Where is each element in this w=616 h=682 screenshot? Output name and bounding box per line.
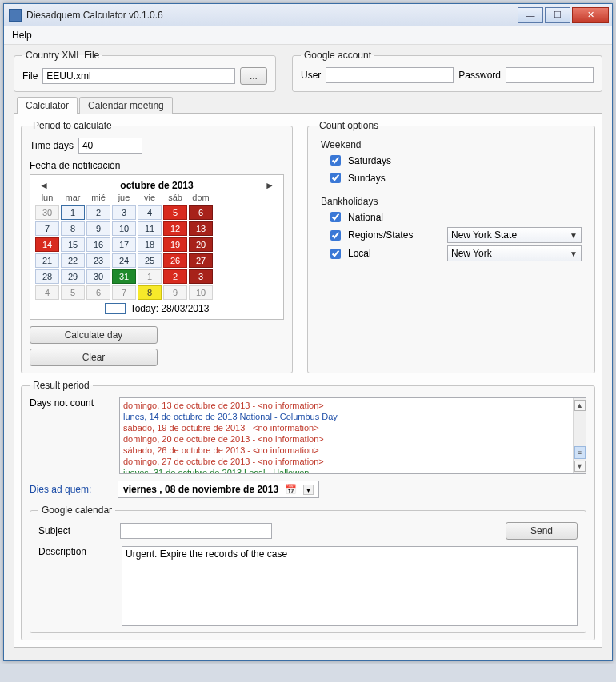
dies-ad-quem-picker[interactable]: viernes , 08 de noviembre de 2013 📅▾ — [118, 481, 319, 498]
days-not-count-label: Days not count — [30, 397, 113, 409]
subject-label: Subject — [38, 525, 115, 536]
calendar-day[interactable]: 9 — [163, 285, 187, 300]
time-days-input[interactable] — [78, 138, 142, 154]
calendar-day[interactable]: 27 — [189, 253, 213, 268]
description-input[interactable] — [122, 546, 578, 626]
calendar-day[interactable]: 25 — [138, 253, 162, 268]
calendar-day[interactable]: 16 — [86, 237, 110, 252]
calendar-day[interactable]: 30 — [86, 269, 110, 284]
time-days-label: Time days — [30, 140, 74, 151]
password-input[interactable] — [506, 67, 594, 83]
calendar-day[interactable]: 4 — [138, 205, 162, 220]
browse-button[interactable]: ... — [240, 67, 267, 85]
calendar-day[interactable]: 10 — [112, 221, 136, 236]
calendar-day[interactable]: 4 — [35, 285, 59, 300]
calendar-day[interactable]: 6 — [86, 285, 110, 300]
window-title: Diesadquem Calculator v0.1.0.6 — [26, 10, 518, 21]
calendar-day[interactable]: 11 — [138, 221, 162, 236]
calculate-button[interactable]: Calculate day — [30, 326, 158, 344]
subject-input[interactable] — [120, 523, 272, 539]
calendar[interactable]: ◄ octubre de 2013 ► lunmarmiéjueviesábdo… — [30, 174, 284, 320]
calendar-day[interactable]: 2 — [163, 269, 187, 284]
calendar-day[interactable]: 7 — [112, 285, 136, 300]
scroll-up-icon[interactable]: ▲ — [574, 400, 586, 411]
calendar-day[interactable]: 31 — [112, 269, 136, 284]
calendar-prev-icon[interactable]: ◄ — [38, 180, 50, 191]
user-label: User — [301, 70, 321, 81]
calendar-day[interactable]: 22 — [61, 253, 85, 268]
result-line: domingo, 13 de octubre de 2013 - <no inf… — [123, 400, 571, 411]
calendar-day[interactable]: 18 — [138, 237, 162, 252]
send-button[interactable]: Send — [506, 522, 578, 540]
result-line: domingo, 27 de octubre de 2013 - <no inf… — [123, 456, 571, 467]
calendar-day[interactable]: 6 — [189, 205, 213, 220]
calendar-day[interactable]: 1 — [138, 269, 162, 284]
close-button[interactable]: ✕ — [572, 7, 609, 23]
menu-help[interactable]: Help — [12, 30, 32, 41]
calendar-dow: lun — [35, 193, 59, 204]
user-input[interactable] — [326, 67, 454, 83]
calendar-day[interactable]: 13 — [189, 221, 213, 236]
scroll-thumb[interactable]: ≡ — [574, 446, 586, 459]
calendar-month: octubre de 2013 — [120, 180, 193, 191]
google-account-legend: Google account — [301, 50, 374, 61]
tab-calculator[interactable]: Calculator — [17, 97, 78, 114]
calendar-day[interactable]: 9 — [86, 221, 110, 236]
calendar-day[interactable]: 14 — [35, 237, 59, 252]
calendar-day[interactable]: 20 — [189, 237, 213, 252]
local-checkbox[interactable] — [330, 249, 341, 259]
result-period-legend: Result period — [30, 380, 93, 391]
calendar-day[interactable]: 3 — [189, 269, 213, 284]
calendar-day[interactable]: 5 — [61, 285, 85, 300]
regions-checkbox[interactable] — [330, 230, 341, 241]
google-calendar-legend: Google calendar — [38, 505, 115, 516]
local-combo[interactable]: New York▼ — [447, 245, 582, 261]
scroll-down-icon[interactable]: ▼ — [574, 461, 586, 472]
calendar-day[interactable]: 17 — [112, 237, 136, 252]
calendar-day[interactable]: 5 — [163, 205, 187, 220]
scrollbar[interactable]: ▲ ≡ ▼ — [573, 398, 586, 473]
calendar-next-icon[interactable]: ► — [264, 180, 275, 191]
calendar-day[interactable]: 26 — [163, 253, 187, 268]
clear-button[interactable]: Clear — [30, 349, 158, 366]
calendar-day[interactable]: 8 — [138, 285, 162, 300]
calendar-day[interactable]: 2 — [86, 205, 110, 220]
tab-calendar-meeting[interactable]: Calendar meeting — [79, 97, 173, 114]
file-input[interactable] — [42, 68, 235, 84]
calendar-icon: 📅 — [285, 484, 297, 495]
local-label: Local — [348, 248, 371, 259]
national-checkbox[interactable] — [330, 212, 341, 222]
weekend-label: Weekend — [321, 139, 586, 150]
calendar-dow: mar — [61, 193, 85, 204]
calendar-day[interactable]: 23 — [86, 253, 110, 268]
calendar-day[interactable]: 29 — [61, 269, 85, 284]
calendar-day[interactable]: 3 — [112, 205, 136, 220]
app-icon — [9, 9, 22, 22]
days-not-count-list[interactable]: domingo, 13 de octubre de 2013 - <no inf… — [119, 397, 586, 474]
regions-combo[interactable]: New York State▼ — [447, 227, 582, 243]
calendar-day[interactable]: 21 — [35, 253, 59, 268]
today-label[interactable]: Today: 28/03/2013 — [130, 303, 210, 314]
calendar-day[interactable]: 10 — [189, 285, 213, 300]
calendar-day[interactable]: 8 — [61, 221, 85, 236]
country-xml-legend: Country XML File — [22, 50, 102, 61]
minimize-button[interactable]: — — [518, 7, 543, 23]
google-account-group: Google account User Password — [292, 50, 602, 92]
calendar-day[interactable]: 19 — [163, 237, 187, 252]
sundays-checkbox[interactable]: Sundays — [327, 170, 586, 185]
titlebar[interactable]: Diesadquem Calculator v0.1.0.6 — ☐ ✕ — [4, 4, 612, 26]
calendar-day[interactable]: 28 — [35, 269, 59, 284]
calendar-day[interactable]: 7 — [35, 221, 59, 236]
calendar-day[interactable]: 12 — [163, 221, 187, 236]
calendar-day[interactable]: 24 — [112, 253, 136, 268]
dropdown-icon: ▾ — [303, 485, 314, 495]
calendar-day[interactable]: 15 — [61, 237, 85, 252]
saturdays-checkbox[interactable]: Saturdays — [327, 153, 586, 168]
calendar-day[interactable]: 1 — [61, 205, 85, 220]
period-legend: Period to calculate — [30, 120, 115, 131]
bankholidays-label: Bankholidays — [321, 196, 586, 207]
maximize-button[interactable]: ☐ — [545, 7, 570, 23]
calendar-day[interactable]: 30 — [35, 205, 59, 220]
today-marker — [105, 303, 126, 314]
result-period-group: Result period Days not count domingo, 13… — [21, 380, 595, 640]
